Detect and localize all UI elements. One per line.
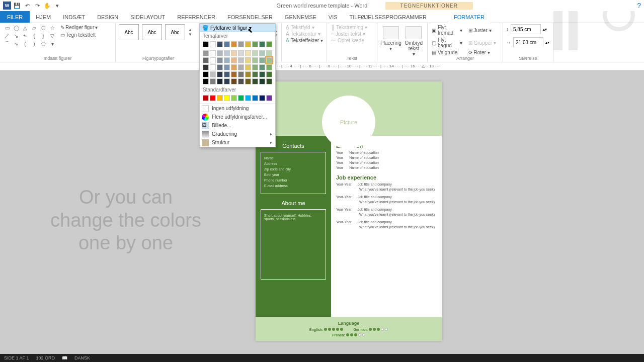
rotate-button[interactable]: ⟳ Roter ▾ bbox=[467, 49, 500, 56]
color-swatch[interactable] bbox=[259, 50, 265, 56]
color-swatch[interactable] bbox=[217, 71, 223, 77]
height-input[interactable] bbox=[511, 24, 541, 34]
color-swatch[interactable] bbox=[217, 57, 223, 63]
color-swatch[interactable] bbox=[238, 95, 244, 101]
color-swatch[interactable] bbox=[252, 71, 258, 77]
color-swatch[interactable] bbox=[224, 95, 230, 101]
tab-sidelayout[interactable]: SIDELAYOUT bbox=[124, 11, 171, 23]
color-swatch[interactable] bbox=[217, 78, 223, 84]
color-swatch[interactable] bbox=[210, 64, 216, 70]
undo-icon[interactable]: ↶ bbox=[23, 2, 31, 10]
tab-vis[interactable]: VIS bbox=[323, 11, 344, 23]
edit-shape-button[interactable]: ✎ Rediger figur ▾ bbox=[59, 24, 99, 31]
color-swatch[interactable] bbox=[238, 50, 244, 56]
color-swatch[interactable] bbox=[259, 95, 265, 101]
tab-gennemse[interactable]: GENNEMSE bbox=[279, 11, 323, 23]
draw-textbox-button[interactable]: ▭ Tegn tekstfelt bbox=[59, 32, 99, 38]
color-swatch[interactable] bbox=[252, 50, 258, 56]
shape-fill-button[interactable]: 🪣 Fyldfarve til figur ▾ bbox=[200, 24, 275, 32]
color-swatch[interactable] bbox=[203, 78, 209, 84]
tab-design[interactable]: DESIGN bbox=[91, 11, 124, 23]
color-swatch[interactable] bbox=[210, 71, 216, 77]
language-indicator[interactable]: DANSK bbox=[74, 355, 90, 360]
horizontal-ruler[interactable]: · · · | · · · 2 · · · | · · · 4 · · · | … bbox=[0, 62, 644, 70]
doc-footer[interactable]: Language English: German: French: bbox=[256, 317, 442, 341]
tab-formater[interactable]: FORMATÉR bbox=[448, 12, 491, 23]
color-swatch[interactable] bbox=[238, 57, 244, 63]
tab-tilf[interactable]: TILFØJELSESPROGRAMMER bbox=[344, 11, 433, 23]
color-swatch[interactable] bbox=[252, 78, 258, 84]
save-icon[interactable]: 💾 bbox=[13, 2, 21, 10]
color-swatch[interactable] bbox=[259, 64, 265, 70]
color-swatch[interactable] bbox=[252, 41, 258, 47]
color-swatch[interactable] bbox=[217, 64, 223, 70]
create-link-button[interactable]: ⬳ Opret kæde bbox=[330, 37, 374, 44]
align-button[interactable]: ⊞ Juster ▾ bbox=[467, 24, 500, 36]
text-outline-button[interactable]: A Tekstkontur ▾ bbox=[285, 31, 324, 37]
selection-pane-button[interactable]: ▤ Valgrude bbox=[431, 49, 463, 56]
picture-fill-item[interactable]: 🖼Billede... bbox=[200, 121, 275, 130]
color-swatch[interactable] bbox=[210, 50, 216, 56]
group-button[interactable]: ⊞ Gruppér ▾ bbox=[467, 37, 500, 49]
style-3[interactable]: Abc bbox=[165, 24, 185, 40]
color-swatch[interactable] bbox=[266, 50, 272, 56]
color-swatch[interactable] bbox=[231, 95, 237, 101]
doc-sidebar[interactable]: Contacts NameAddressZip code and cityBir… bbox=[256, 136, 331, 317]
more-colors-item[interactable]: Flere udfyldningsfarver... bbox=[200, 113, 275, 121]
gradient-item[interactable]: Graduering▸ bbox=[200, 130, 275, 138]
color-swatch[interactable] bbox=[217, 41, 223, 47]
color-swatch[interactable] bbox=[238, 71, 244, 77]
color-swatch[interactable] bbox=[245, 95, 251, 101]
color-swatch[interactable] bbox=[210, 78, 216, 84]
width-input[interactable] bbox=[513, 37, 543, 47]
color-swatch[interactable] bbox=[203, 95, 209, 101]
text-direction-button[interactable]: ║ Tekstretning ▾ bbox=[330, 24, 374, 31]
color-swatch[interactable] bbox=[231, 71, 237, 77]
help-icon[interactable]: ? bbox=[637, 2, 641, 10]
tab-referencer[interactable]: REFERENCER bbox=[171, 11, 221, 23]
color-swatch[interactable] bbox=[266, 41, 272, 47]
color-swatch[interactable] bbox=[210, 57, 216, 63]
color-swatch[interactable] bbox=[252, 64, 258, 70]
color-swatch[interactable] bbox=[224, 57, 230, 63]
doc-header-shape[interactable]: Picture bbox=[256, 81, 442, 136]
color-swatch[interactable] bbox=[203, 64, 209, 70]
color-swatch[interactable] bbox=[224, 50, 230, 56]
color-swatch[interactable] bbox=[238, 41, 244, 47]
color-swatch[interactable] bbox=[259, 57, 265, 63]
color-swatch[interactable] bbox=[231, 50, 237, 56]
tab-file[interactable]: FILER bbox=[0, 11, 30, 23]
color-swatch[interactable] bbox=[231, 64, 237, 70]
color-swatch[interactable] bbox=[238, 64, 244, 70]
tab-indsaet[interactable]: INDSÆT bbox=[57, 11, 91, 23]
shape-style-gallery[interactable]: Abc Abc Abc ▲▼ bbox=[119, 24, 198, 40]
position-button[interactable]: Placering▾ bbox=[380, 26, 401, 51]
spell-check-icon[interactable]: 📖 bbox=[62, 355, 67, 360]
color-swatch[interactable] bbox=[245, 57, 251, 63]
redo-icon[interactable]: ↷ bbox=[33, 2, 41, 10]
color-swatch[interactable] bbox=[210, 95, 216, 101]
color-swatch[interactable] bbox=[238, 78, 244, 84]
word-count[interactable]: 102 ORD bbox=[36, 355, 55, 360]
touch-icon[interactable]: ✋ bbox=[43, 2, 51, 10]
color-swatch[interactable] bbox=[231, 41, 237, 47]
color-swatch[interactable] bbox=[224, 71, 230, 77]
color-swatch[interactable] bbox=[203, 71, 209, 77]
color-swatch[interactable] bbox=[231, 78, 237, 84]
wrap-text-button[interactable]: Ombryd tekst▾ bbox=[404, 26, 424, 57]
qat-dropdown-icon[interactable]: ▾ bbox=[53, 2, 61, 10]
color-swatch[interactable] bbox=[231, 57, 237, 63]
color-swatch[interactable] bbox=[245, 41, 251, 47]
color-swatch[interactable] bbox=[266, 57, 272, 63]
texture-item[interactable]: Struktur▸ bbox=[200, 138, 275, 147]
picture-placeholder[interactable]: Picture bbox=[322, 96, 375, 149]
color-swatch[interactable] bbox=[266, 78, 272, 84]
page-indicator[interactable]: SIDE 1 AF 1 bbox=[4, 355, 29, 360]
tab-hjem[interactable]: HJEM bbox=[30, 11, 57, 23]
shapes-gallery[interactable]: ▭◯△▱⬡☆ ／↘⬑{}▽ ⌒∿()⬠▾ bbox=[3, 24, 56, 47]
style-1[interactable]: Abc bbox=[119, 24, 139, 40]
color-swatch[interactable] bbox=[245, 64, 251, 70]
color-swatch[interactable] bbox=[245, 78, 251, 84]
text-effects-button[interactable]: A Teksteffekter ▾ bbox=[285, 37, 324, 44]
color-swatch[interactable] bbox=[259, 71, 265, 77]
